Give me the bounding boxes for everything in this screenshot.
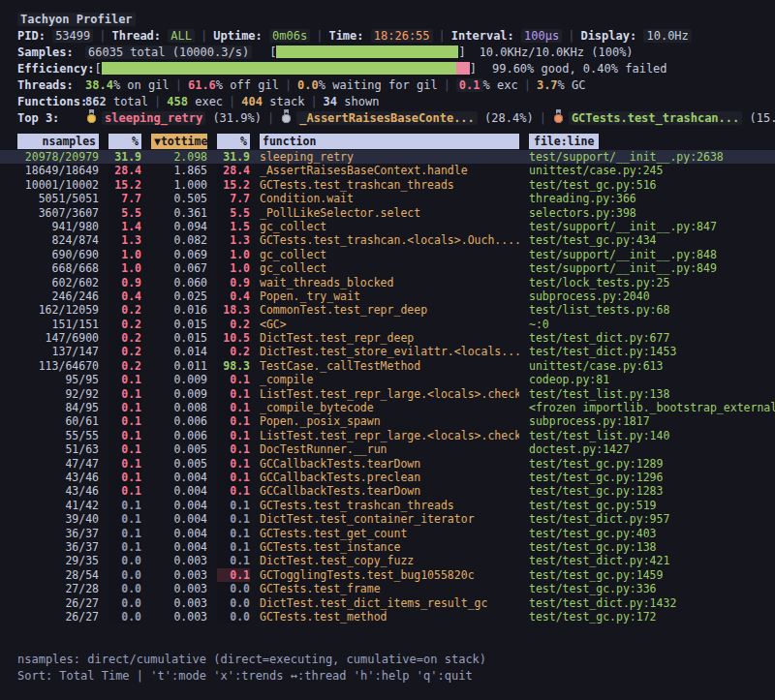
cum-pct-cell: 0.4: [217, 289, 250, 303]
table-row[interactable]: 92/920.10.0090.1ListTest.test_repr_large…: [0, 387, 775, 401]
thread-value[interactable]: ALL: [168, 29, 195, 43]
functions-label: Functions:: [17, 94, 85, 110]
table-row[interactable]: 84/950.10.0080.1_compile_bytecode<frozen…: [0, 401, 775, 414]
separator: |: [433, 29, 451, 43]
function-cell: GCTests.test_frame: [260, 582, 519, 595]
samples-bar-open-bracket: [: [269, 46, 276, 59]
table-row[interactable]: 151/1510.20.0150.2<GC>~:0: [0, 318, 775, 331]
pid-value: 53499: [52, 29, 93, 43]
direct-pct-cell: 0.0: [108, 582, 141, 595]
function-cell: CommonTest.test_repr_deep: [260, 303, 519, 317]
table-row[interactable]: 3607/36075.50.3615.5_PollLikeSelector.se…: [0, 206, 775, 220]
table-row[interactable]: 36/370.10.0040.1GCTests.test_get_countte…: [0, 527, 775, 540]
file-cell: test/lock_tests.py:25: [529, 276, 775, 289]
separator: |: [534, 111, 552, 125]
column-header-direct-pct[interactable]: %: [108, 134, 141, 149]
table-row[interactable]: 690/6901.00.0691.0gc_collecttest/support…: [0, 248, 775, 261]
table-row[interactable]: 28/540.00.0030.1GCTogglingTests.test_bug…: [0, 568, 775, 582]
table-row[interactable]: 137/1470.20.0140.2DictTest.test_store_ev…: [0, 345, 775, 358]
cum-pct-cell: 98.3: [217, 359, 250, 373]
table-row[interactable]: 668/6681.00.0671.0gc_collecttest/support…: [0, 261, 775, 275]
table-row[interactable]: 47/470.10.0050.1GCCallbackTests.tearDown…: [0, 457, 775, 471]
cum-pct-cell: 5.5: [217, 206, 250, 220]
functions-shown-value: 34: [324, 95, 337, 108]
samples-bar-close-bracket: ]: [458, 46, 465, 59]
file-cell: test/support/__init__.py:2638: [529, 150, 775, 164]
tottime-cell: 0.014: [151, 345, 207, 358]
function-cell: Popen._posix_spawn: [260, 414, 519, 428]
tottime-cell: 2.098: [151, 150, 207, 164]
nsamples-cell: 824/874: [17, 233, 99, 247]
tottime-cell: 0.004: [151, 471, 207, 484]
table-row[interactable]: 27/280.00.0030.0GCTests.test_frametest/t…: [0, 582, 775, 595]
direct-pct-cell: 0.9: [108, 276, 141, 289]
table-row[interactable]: 18649/1864928.41.86528.4_AssertRaisesBas…: [0, 164, 775, 177]
table-row[interactable]: 941/9801.40.0941.5gc_collecttest/support…: [0, 220, 775, 233]
table-row[interactable]: 43/460.10.0040.1GCCallbackTests.tearDown…: [0, 484, 775, 498]
table-row[interactable]: 20978/2097931.92.09831.9sleeping_retryte…: [0, 150, 775, 164]
file-cell: test/support/__init__.py:849: [529, 261, 775, 275]
table-row[interactable]: 10001/1000215.21.00015.2GCTests.test_tra…: [0, 178, 775, 192]
table-row[interactable]: 43/460.10.0040.1GCCallbackTests.preclean…: [0, 471, 775, 484]
file-cell: test/test_list.py:140: [529, 429, 775, 442]
gil-wait-value: 0.0: [297, 78, 319, 92]
function-cell: GCCallbackTests.tearDown: [260, 457, 519, 471]
table-row[interactable]: 95/950.10.0090.1_compilecodeop.py:81: [0, 373, 775, 386]
table-row[interactable]: 5051/50517.70.5057.7Condition.waitthread…: [0, 192, 775, 205]
separator: |: [93, 29, 111, 43]
direct-pct-cell: 0.1: [108, 499, 141, 512]
table-row[interactable]: 55/550.10.0060.1ListTest.test_repr_large…: [0, 429, 775, 442]
function-cell: _AssertRaisesBaseContext.handle: [260, 164, 519, 177]
table-row[interactable]: 29/350.00.0030.1DictTest.test_copy_fuzzt…: [0, 554, 775, 567]
cum-pct-cell: 7.7: [217, 192, 250, 205]
tottime-cell: 0.003: [151, 554, 207, 567]
direct-pct-cell: 0.0: [108, 554, 141, 567]
function-cell: wait_threads_blocked: [260, 276, 519, 289]
tottime-cell: 0.003: [151, 568, 207, 582]
column-header-file-line[interactable]: file:line: [529, 134, 599, 149]
efficiency-label: Efficiency:: [17, 62, 94, 76]
column-header-cum-pct[interactable]: %: [217, 134, 250, 149]
table-row[interactable]: 39/400.10.0040.1DictTest.test_container_…: [0, 512, 775, 526]
top3-function[interactable]: GCTests.test_trashcan...: [569, 111, 742, 125]
table-row[interactable]: 36/370.10.0040.1GCTests.test_instancetes…: [0, 540, 775, 554]
function-cell: GCTests.test_instance: [260, 540, 519, 554]
table-body: 20978/2097931.92.09831.9sleeping_retryte…: [0, 150, 775, 624]
column-header-tottime[interactable]: ▼tottime: [151, 134, 207, 149]
table-row[interactable]: 113/646700.20.01198.3TestCase._callTestM…: [0, 359, 775, 373]
table-row[interactable]: 26/270.00.0030.0DictTest.test_dict_items…: [0, 596, 775, 610]
gil-on-value: 38.4: [85, 78, 113, 92]
nsamples-cell: 137/147: [17, 345, 99, 358]
function-cell: GCCallbackTests.tearDown: [260, 484, 519, 498]
top2-function[interactable]: _AssertRaisesBaseConte...: [296, 111, 478, 125]
direct-pct-cell: 0.2: [108, 318, 141, 331]
direct-pct-cell: 15.2: [108, 178, 141, 192]
table-row[interactable]: 602/6020.90.0600.9wait_threads_blockedte…: [0, 276, 775, 289]
column-header-function[interactable]: function: [260, 134, 519, 149]
table-row[interactable]: 60/610.10.0060.1Popen._posix_spawnsubpro…: [0, 414, 775, 428]
top1-function[interactable]: sleeping_retry: [102, 111, 205, 125]
table-row[interactable]: 51/630.10.0050.1DocTestRunner.__rundocte…: [0, 442, 775, 456]
keybindings-help: Sort: Total Time | 't':mode 'x':trends ↔…: [0, 668, 775, 685]
direct-pct-cell: 0.1: [108, 527, 141, 540]
direct-pct-cell: 0.2: [108, 303, 141, 317]
separator: |: [310, 29, 328, 43]
table-row[interactable]: 147/69000.20.01510.5DictTest.test_repr_d…: [0, 331, 775, 345]
tottime-cell: 0.016: [151, 303, 207, 317]
cum-pct-cell: 0.1: [217, 471, 250, 484]
direct-pct-cell: 0.0: [108, 568, 141, 582]
table-row[interactable]: 246/2460.40.0250.4Popen._try_waitsubproc…: [0, 289, 775, 303]
nsamples-cell: 10001/10002: [17, 178, 99, 192]
file-cell: test/test_dict.py:1432: [529, 596, 775, 610]
nsamples-cell: 28/54: [17, 568, 99, 582]
function-cell: _compile: [260, 373, 519, 386]
column-header-nsamples[interactable]: nsamples: [17, 134, 99, 149]
cum-pct-cell: 0.1: [217, 373, 250, 386]
tottime-cell: 0.009: [151, 387, 207, 401]
table-row[interactable]: 41/420.10.0040.1GCTests.test_trashcan_th…: [0, 499, 775, 512]
table-row[interactable]: 162/120590.20.01618.3CommonTest.test_rep…: [0, 303, 775, 317]
table-row[interactable]: 824/8741.30.0821.3GCTests.test_trashcan.…: [0, 233, 775, 247]
table-row[interactable]: 26/270.00.0030.0GCTests.test_methodtest/…: [0, 610, 775, 624]
cum-pct-cell: 0.1: [217, 387, 250, 401]
function-cell: DictTest.test_container_iterator: [260, 512, 519, 526]
